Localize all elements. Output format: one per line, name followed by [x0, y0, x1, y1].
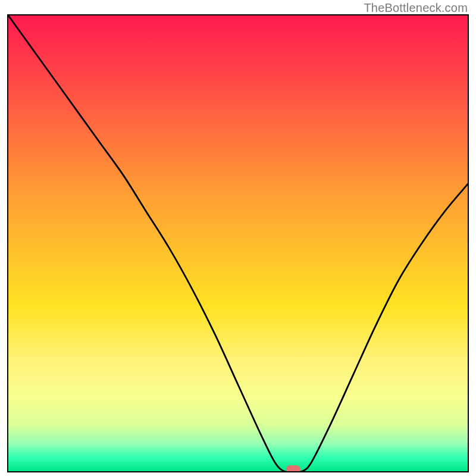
watermark-text: TheBottleneck.com [364, 1, 468, 15]
chart-frame [7, 14, 469, 472]
chart-marker [286, 465, 300, 472]
curve-path [8, 15, 468, 472]
chart-curve [8, 15, 468, 471]
